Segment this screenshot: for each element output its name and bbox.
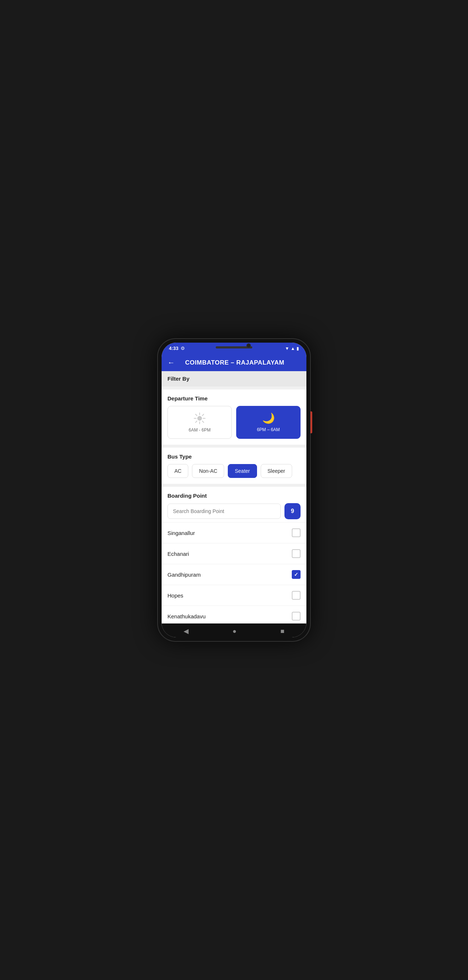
time-option-day[interactable]: 6AM - 6PM (167, 406, 232, 439)
checkbox-echanari[interactable] (292, 549, 301, 558)
svg-line-8 (196, 421, 197, 422)
header-title: COIMBATORE – RAJAPALAYAM (179, 359, 290, 366)
bus-type-ac[interactable]: AC (167, 464, 188, 478)
phone-camera (247, 344, 251, 348)
checkbox-gandhipuram[interactable] (292, 570, 301, 579)
nav-back-button[interactable]: ◀ (183, 627, 189, 635)
boarding-search-input[interactable] (167, 504, 281, 519)
boarding-name-kenathukadavu: Kenathukadavu (167, 613, 205, 619)
svg-line-6 (202, 421, 204, 422)
nav-bar: ◀ ● ■ (162, 624, 306, 637)
night-time-range: 6PM – 6AM (257, 427, 280, 432)
list-item: Hopes (162, 585, 306, 606)
list-item: Singanallur (162, 523, 306, 543)
checkbox-singanallur[interactable] (292, 528, 301, 537)
bus-type-label: Bus Type (167, 453, 301, 460)
phone-screen: 4:33 ⚙ ▼ ▲ ▮ ← COIMBATORE – RAJAPALAYAM … (162, 343, 306, 637)
boarding-list: Singanallur Echanari Gandhipuram Hopes K (162, 523, 306, 624)
list-item: Kenathukadavu (162, 606, 306, 624)
app-header: ← COIMBATORE – RAJAPALAYAM (162, 354, 306, 371)
search-input-wrapper (167, 504, 281, 519)
signal-icons: ▼ ▲ ▮ (285, 346, 299, 351)
boarding-name-gandhipuram: Gandhipuram (167, 571, 201, 578)
filter-by-label: Filter By (167, 375, 189, 382)
nav-recent-button[interactable]: ■ (280, 627, 285, 635)
day-time-range: 6AM - 6PM (189, 428, 211, 433)
bus-type-options: AC Non-AC Seater Sleeper (167, 464, 301, 478)
phone-frame: 4:33 ⚙ ▼ ▲ ▮ ← COIMBATORE – RAJAPALAYAM … (157, 338, 311, 642)
boarding-name-echanari: Echanari (167, 551, 189, 557)
bus-type-section: Bus Type AC Non-AC Seater Sleeper (162, 448, 306, 484)
filter-by-header: Filter By (162, 371, 306, 387)
back-button[interactable]: ← (167, 358, 175, 367)
boarding-name-hopes: Hopes (167, 592, 183, 598)
svg-point-0 (197, 416, 201, 420)
checkbox-hopes[interactable] (292, 591, 301, 600)
battery-icon: ▮ (296, 346, 299, 351)
checkbox-kenathukadavu[interactable] (292, 612, 301, 620)
time-options: 6AM - 6PM 🌙 6PM – 6AM (167, 406, 301, 439)
moon-icon: 🌙 (262, 412, 275, 424)
signal-icon: ▲ (291, 346, 295, 351)
boarding-count-badge: 9 (285, 503, 301, 519)
departure-time-section: Departure Time (162, 390, 306, 445)
svg-line-5 (196, 414, 197, 416)
list-item: Gandhipuram (162, 564, 306, 585)
bus-type-sleeper[interactable]: Sleeper (261, 464, 292, 478)
side-button (310, 411, 312, 433)
status-bar: 4:33 ⚙ ▼ ▲ ▮ (162, 343, 306, 354)
bus-type-seater[interactable]: Seater (228, 464, 257, 478)
boarding-name-singanallur: Singanallur (167, 530, 195, 536)
wifi-icon: ▼ (285, 346, 289, 351)
departure-time-label: Departure Time (167, 395, 301, 401)
nav-home-button[interactable]: ● (232, 627, 237, 635)
content-area: Filter By Departure Time (162, 371, 306, 624)
boarding-point-label: Boarding Point (167, 493, 301, 499)
status-time: 4:33 (169, 345, 178, 351)
list-item: Echanari (162, 543, 306, 564)
bus-type-nonac[interactable]: Non-AC (192, 464, 224, 478)
svg-line-7 (202, 414, 204, 416)
boarding-search-row: 9 (167, 503, 301, 519)
gear-icon: ⚙ (181, 345, 185, 351)
boarding-point-section: Boarding Point 9 (162, 487, 306, 522)
time-option-night[interactable]: 🌙 6PM – 6AM (236, 406, 301, 439)
sun-icon (193, 412, 206, 425)
